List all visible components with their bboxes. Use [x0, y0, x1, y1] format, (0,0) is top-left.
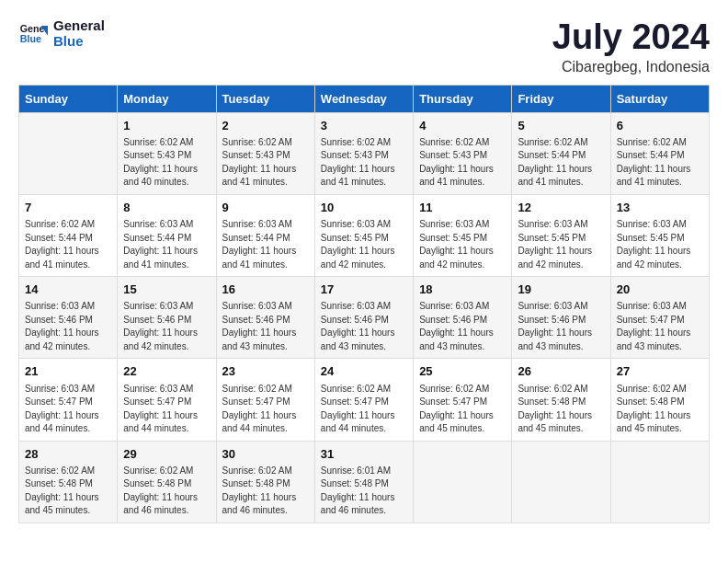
day-header-monday: Monday — [118, 85, 216, 112]
calendar-cell: 6Sunrise: 6:02 AM Sunset: 5:44 PM Daylig… — [610, 112, 709, 194]
calendar-week-row: 14Sunrise: 6:03 AM Sunset: 5:46 PM Dayli… — [19, 277, 710, 359]
title-area: July 2024 Cibaregbeg, Indonesia — [552, 18, 710, 75]
day-number: 13 — [617, 200, 703, 216]
calendar-week-row: 7Sunrise: 6:02 AM Sunset: 5:44 PM Daylig… — [19, 194, 710, 276]
day-number: 8 — [123, 200, 210, 216]
calendar-cell — [414, 441, 512, 523]
day-number: 4 — [419, 118, 506, 134]
calendar-cell: 23Sunrise: 6:02 AM Sunset: 5:47 PM Dayli… — [216, 359, 314, 441]
calendar-header: SundayMondayTuesdayWednesdayThursdayFrid… — [19, 85, 710, 112]
calendar-cell: 14Sunrise: 6:03 AM Sunset: 5:46 PM Dayli… — [19, 277, 118, 359]
day-number: 17 — [321, 282, 407, 298]
calendar-cell: 4Sunrise: 6:02 AM Sunset: 5:43 PM Daylig… — [414, 112, 512, 194]
calendar-cell: 26Sunrise: 6:02 AM Sunset: 5:48 PM Dayli… — [512, 359, 610, 441]
calendar-cell: 3Sunrise: 6:02 AM Sunset: 5:43 PM Daylig… — [314, 112, 413, 194]
day-number: 12 — [518, 200, 604, 216]
day-number: 30 — [222, 446, 309, 463]
logo-text-general: General — [53, 18, 105, 34]
logo-icon: General Blue — [18, 19, 48, 49]
day-number: 23 — [222, 363, 309, 380]
day-number: 29 — [123, 446, 210, 463]
day-number: 1 — [123, 118, 210, 134]
cell-info-text: Sunrise: 6:03 AM Sunset: 5:44 PM Dayligh… — [123, 218, 210, 271]
cell-info-text: Sunrise: 6:03 AM Sunset: 5:46 PM Dayligh… — [222, 300, 309, 353]
day-number: 31 — [321, 446, 407, 463]
calendar-cell: 2Sunrise: 6:02 AM Sunset: 5:43 PM Daylig… — [216, 112, 314, 194]
calendar-cell: 16Sunrise: 6:03 AM Sunset: 5:46 PM Dayli… — [216, 277, 314, 359]
calendar-cell: 29Sunrise: 6:02 AM Sunset: 5:48 PM Dayli… — [118, 441, 216, 523]
calendar-cell: 22Sunrise: 6:03 AM Sunset: 5:47 PM Dayli… — [118, 359, 216, 441]
calendar-cell: 24Sunrise: 6:02 AM Sunset: 5:47 PM Dayli… — [314, 359, 413, 441]
calendar-cell: 19Sunrise: 6:03 AM Sunset: 5:46 PM Dayli… — [512, 277, 610, 359]
calendar-cell: 31Sunrise: 6:01 AM Sunset: 5:48 PM Dayli… — [314, 441, 413, 523]
cell-info-text: Sunrise: 6:02 AM Sunset: 5:48 PM Dayligh… — [25, 465, 111, 518]
calendar-cell: 20Sunrise: 6:03 AM Sunset: 5:47 PM Dayli… — [610, 277, 709, 359]
calendar-cell: 11Sunrise: 6:03 AM Sunset: 5:45 PM Dayli… — [414, 194, 512, 276]
calendar-cell: 17Sunrise: 6:03 AM Sunset: 5:46 PM Dayli… — [314, 277, 413, 359]
calendar-week-row: 28Sunrise: 6:02 AM Sunset: 5:48 PM Dayli… — [19, 441, 710, 523]
calendar-cell: 5Sunrise: 6:02 AM Sunset: 5:44 PM Daylig… — [512, 112, 610, 194]
day-number: 14 — [25, 282, 111, 298]
day-number: 24 — [321, 363, 407, 380]
cell-info-text: Sunrise: 6:02 AM Sunset: 5:48 PM Dayligh… — [123, 465, 210, 518]
cell-info-text: Sunrise: 6:02 AM Sunset: 5:44 PM Dayligh… — [617, 136, 703, 190]
day-number: 21 — [25, 363, 111, 380]
day-number: 18 — [419, 282, 506, 298]
cell-info-text: Sunrise: 6:02 AM Sunset: 5:43 PM Dayligh… — [321, 136, 407, 190]
day-number: 15 — [123, 282, 210, 298]
day-number: 16 — [222, 282, 309, 298]
calendar-week-row: 21Sunrise: 6:03 AM Sunset: 5:47 PM Dayli… — [19, 359, 710, 441]
logo: General Blue General Blue — [18, 18, 105, 49]
cell-info-text: Sunrise: 6:03 AM Sunset: 5:46 PM Dayligh… — [123, 300, 210, 353]
header: General Blue General Blue July 2024 Ciba… — [18, 18, 710, 75]
day-number: 5 — [518, 118, 604, 134]
day-number: 7 — [25, 200, 111, 216]
calendar-cell: 30Sunrise: 6:02 AM Sunset: 5:48 PM Dayli… — [216, 441, 314, 523]
cell-info-text: Sunrise: 6:02 AM Sunset: 5:47 PM Dayligh… — [222, 383, 309, 436]
day-header-tuesday: Tuesday — [216, 85, 314, 112]
cell-info-text: Sunrise: 6:02 AM Sunset: 5:43 PM Dayligh… — [222, 136, 309, 190]
day-number: 2 — [222, 118, 309, 134]
cell-info-text: Sunrise: 6:02 AM Sunset: 5:48 PM Dayligh… — [222, 465, 309, 518]
cell-info-text: Sunrise: 6:03 AM Sunset: 5:45 PM Dayligh… — [617, 218, 703, 271]
day-number: 28 — [25, 446, 111, 463]
calendar-cell: 21Sunrise: 6:03 AM Sunset: 5:47 PM Dayli… — [19, 359, 118, 441]
cell-info-text: Sunrise: 6:02 AM Sunset: 5:43 PM Dayligh… — [419, 136, 506, 190]
day-header-sunday: Sunday — [19, 85, 118, 112]
cell-info-text: Sunrise: 6:02 AM Sunset: 5:47 PM Dayligh… — [419, 383, 506, 436]
calendar-cell: 13Sunrise: 6:03 AM Sunset: 5:45 PM Dayli… — [610, 194, 709, 276]
day-header-friday: Friday — [512, 85, 610, 112]
cell-info-text: Sunrise: 6:03 AM Sunset: 5:44 PM Dayligh… — [222, 218, 309, 271]
day-number: 6 — [617, 118, 703, 134]
day-number: 11 — [419, 200, 506, 216]
cell-info-text: Sunrise: 6:02 AM Sunset: 5:48 PM Dayligh… — [617, 383, 703, 436]
cell-info-text: Sunrise: 6:03 AM Sunset: 5:45 PM Dayligh… — [518, 218, 604, 271]
calendar-week-row: 1Sunrise: 6:02 AM Sunset: 5:43 PM Daylig… — [19, 112, 710, 194]
day-header-thursday: Thursday — [414, 85, 512, 112]
calendar-cell: 12Sunrise: 6:03 AM Sunset: 5:45 PM Dayli… — [512, 194, 610, 276]
days-header-row: SundayMondayTuesdayWednesdayThursdayFrid… — [19, 85, 710, 112]
day-header-saturday: Saturday — [610, 85, 709, 112]
calendar-cell: 10Sunrise: 6:03 AM Sunset: 5:45 PM Dayli… — [314, 194, 413, 276]
cell-info-text: Sunrise: 6:03 AM Sunset: 5:46 PM Dayligh… — [321, 300, 407, 353]
cell-info-text: Sunrise: 6:03 AM Sunset: 5:46 PM Dayligh… — [25, 300, 111, 353]
calendar-cell: 7Sunrise: 6:02 AM Sunset: 5:44 PM Daylig… — [19, 194, 118, 276]
logo-text-blue: Blue — [53, 34, 105, 50]
calendar-cell — [610, 441, 709, 523]
cell-info-text: Sunrise: 6:03 AM Sunset: 5:45 PM Dayligh… — [419, 218, 506, 271]
svg-text:Blue: Blue — [20, 32, 41, 43]
day-number: 9 — [222, 200, 309, 216]
calendar-cell: 28Sunrise: 6:02 AM Sunset: 5:48 PM Dayli… — [19, 441, 118, 523]
calendar-cell: 18Sunrise: 6:03 AM Sunset: 5:46 PM Dayli… — [414, 277, 512, 359]
cell-info-text: Sunrise: 6:03 AM Sunset: 5:45 PM Dayligh… — [321, 218, 407, 271]
cell-info-text: Sunrise: 6:02 AM Sunset: 5:48 PM Dayligh… — [518, 383, 604, 436]
day-number: 25 — [419, 363, 506, 380]
day-number: 19 — [518, 282, 604, 298]
day-number: 20 — [617, 282, 703, 298]
calendar-cell: 8Sunrise: 6:03 AM Sunset: 5:44 PM Daylig… — [118, 194, 216, 276]
calendar-cell: 15Sunrise: 6:03 AM Sunset: 5:46 PM Dayli… — [118, 277, 216, 359]
calendar-cell: 27Sunrise: 6:02 AM Sunset: 5:48 PM Dayli… — [610, 359, 709, 441]
location-subtitle: Cibaregbeg, Indonesia — [552, 59, 710, 75]
day-number: 3 — [321, 118, 407, 134]
day-number: 10 — [321, 200, 407, 216]
